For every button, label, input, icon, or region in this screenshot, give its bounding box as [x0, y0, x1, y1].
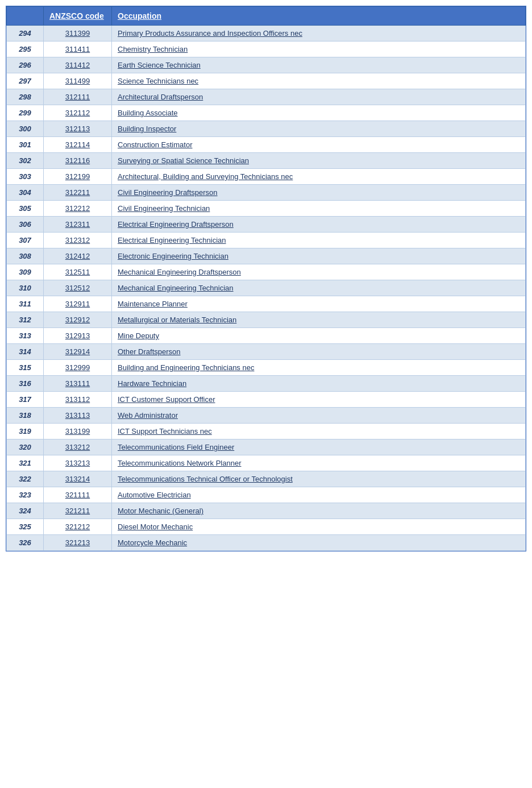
row-occupation[interactable]: Web Administrator	[112, 408, 526, 424]
table-row: 309312511Mechanical Engineering Draftspe…	[7, 264, 526, 280]
row-occupation[interactable]: Other Draftsperson	[112, 344, 526, 360]
table-body: 294311399Primary Products Assurance and …	[7, 26, 526, 551]
row-occupation[interactable]: Mine Deputy	[112, 328, 526, 344]
row-occupation[interactable]: Mechanical Engineering Technician	[112, 280, 526, 296]
row-number: 316	[7, 376, 44, 392]
row-number: 296	[7, 57, 44, 73]
row-occupation[interactable]: ICT Support Technicians nec	[112, 424, 526, 439]
row-occupation[interactable]: ICT Customer Support Officer	[112, 392, 526, 408]
row-number: 325	[7, 519, 44, 535]
row-anzsco-code[interactable]: 312111	[44, 89, 112, 105]
row-number: 313	[7, 328, 44, 344]
row-anzsco-code[interactable]: 312512	[44, 280, 112, 296]
row-anzsco-code[interactable]: 321211	[44, 503, 112, 519]
row-occupation[interactable]: Motorcycle Mechanic	[112, 535, 526, 551]
row-anzsco-code[interactable]: 321212	[44, 519, 112, 535]
row-anzsco-code[interactable]: 312911	[44, 296, 112, 312]
table-row: 322313214Telecommunications Technical Of…	[7, 471, 526, 487]
table-row: 308312412Electronic Engineering Technici…	[7, 248, 526, 264]
row-anzsco-code[interactable]: 312912	[44, 312, 112, 328]
row-occupation[interactable]: Electrical Engineering Technician	[112, 233, 526, 248]
row-occupation[interactable]: Architectural Draftsperson	[112, 89, 526, 105]
row-occupation[interactable]: Building Associate	[112, 105, 526, 121]
row-number: 308	[7, 248, 44, 264]
row-occupation[interactable]: Metallurgical or Materials Technician	[112, 312, 526, 328]
row-occupation[interactable]: Maintenance Planner	[112, 296, 526, 312]
row-occupation[interactable]: Telecommunications Network Planner	[112, 455, 526, 471]
table-row: 323321111Automotive Electrician	[7, 487, 526, 503]
row-number: 310	[7, 280, 44, 296]
row-anzsco-code[interactable]: 312412	[44, 248, 112, 264]
row-occupation[interactable]: Electronic Engineering Technician	[112, 248, 526, 264]
table-row: 298312111Architectural Draftsperson	[7, 89, 526, 105]
row-occupation[interactable]: Telecommunications Technical Officer or …	[112, 471, 526, 487]
table-row: 325321212Diesel Motor Mechanic	[7, 519, 526, 535]
row-anzsco-code[interactable]: 312199	[44, 169, 112, 185]
row-anzsco-code[interactable]: 312913	[44, 328, 112, 344]
row-number: 297	[7, 73, 44, 89]
row-occupation[interactable]: Electrical Engineering Draftsperson	[112, 217, 526, 233]
row-anzsco-code[interactable]: 313113	[44, 408, 112, 424]
row-number: 309	[7, 264, 44, 280]
row-anzsco-code[interactable]: 321111	[44, 487, 112, 503]
row-anzsco-code[interactable]: 312511	[44, 264, 112, 280]
row-anzsco-code[interactable]: 312914	[44, 344, 112, 360]
row-anzsco-code[interactable]: 312116	[44, 153, 112, 169]
row-number: 312	[7, 312, 44, 328]
row-anzsco-code[interactable]: 312999	[44, 360, 112, 376]
row-number: 315	[7, 360, 44, 376]
table-row: 310312512Mechanical Engineering Technici…	[7, 280, 526, 296]
row-occupation[interactable]: Chemistry Technician	[112, 42, 526, 57]
row-occupation[interactable]: Architectural, Building and Surveying Te…	[112, 169, 526, 185]
row-number: 318	[7, 408, 44, 424]
row-anzsco-code[interactable]: 312112	[44, 105, 112, 121]
row-occupation[interactable]: Hardware Technician	[112, 376, 526, 392]
row-occupation[interactable]: Telecommunications Field Engineer	[112, 439, 526, 455]
row-anzsco-code[interactable]: 313214	[44, 471, 112, 487]
row-occupation[interactable]: Civil Engineering Draftsperson	[112, 185, 526, 201]
table-row: 299312112Building Associate	[7, 105, 526, 121]
row-number: 314	[7, 344, 44, 360]
row-number: 320	[7, 439, 44, 455]
row-occupation[interactable]: Science Technicians nec	[112, 73, 526, 89]
row-number: 321	[7, 455, 44, 471]
row-number: 323	[7, 487, 44, 503]
row-anzsco-code[interactable]: 313199	[44, 424, 112, 439]
occupations-table: ANZSCO code Occupation 294311399Primary …	[6, 6, 526, 551]
row-anzsco-code[interactable]: 312311	[44, 217, 112, 233]
row-number: 307	[7, 233, 44, 248]
table-row: 326321213Motorcycle Mechanic	[7, 535, 526, 551]
table-row: 304312211Civil Engineering Draftsperson	[7, 185, 526, 201]
row-anzsco-code[interactable]: 312114	[44, 137, 112, 153]
main-table-container: 公历年获奖名单2007ANZSCO ANZSCO code Occupation…	[6, 6, 526, 551]
row-occupation[interactable]: Mechanical Engineering Draftsperson	[112, 264, 526, 280]
row-anzsco-code[interactable]: 321213	[44, 535, 112, 551]
row-anzsco-code[interactable]: 313213	[44, 455, 112, 471]
table-row: 306312311Electrical Engineering Draftspe…	[7, 217, 526, 233]
row-anzsco-code[interactable]: 312211	[44, 185, 112, 201]
row-anzsco-code[interactable]: 312212	[44, 201, 112, 217]
row-number: 311	[7, 296, 44, 312]
row-occupation[interactable]: Building and Engineering Technicians nec	[112, 360, 526, 376]
row-number: 326	[7, 535, 44, 551]
row-anzsco-code[interactable]: 311399	[44, 26, 112, 42]
row-anzsco-code[interactable]: 311411	[44, 42, 112, 57]
row-anzsco-code[interactable]: 312113	[44, 121, 112, 137]
row-occupation[interactable]: Civil Engineering Technician	[112, 201, 526, 217]
row-anzsco-code[interactable]: 311412	[44, 57, 112, 73]
row-anzsco-code[interactable]: 313212	[44, 439, 112, 455]
table-row: 294311399Primary Products Assurance and …	[7, 26, 526, 42]
row-occupation[interactable]: Automotive Electrician	[112, 487, 526, 503]
row-occupation[interactable]: Surveying or Spatial Science Technician	[112, 153, 526, 169]
table-row: 315312999Building and Engineering Techni…	[7, 360, 526, 376]
row-anzsco-code[interactable]: 313112	[44, 392, 112, 408]
row-occupation[interactable]: Motor Mechanic (General)	[112, 503, 526, 519]
row-anzsco-code[interactable]: 313111	[44, 376, 112, 392]
row-occupation[interactable]: Earth Science Technician	[112, 57, 526, 73]
row-occupation[interactable]: Diesel Motor Mechanic	[112, 519, 526, 535]
row-occupation[interactable]: Construction Estimator	[112, 137, 526, 153]
row-occupation[interactable]: Primary Products Assurance and Inspectio…	[112, 26, 526, 42]
row-anzsco-code[interactable]: 312312	[44, 233, 112, 248]
row-anzsco-code[interactable]: 311499	[44, 73, 112, 89]
row-occupation[interactable]: Building Inspector	[112, 121, 526, 137]
